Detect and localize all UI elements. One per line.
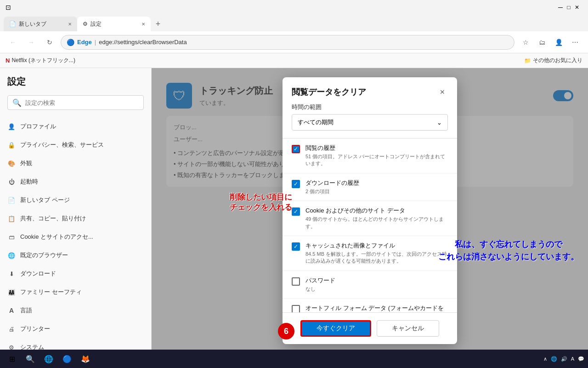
- sidebar-item-system[interactable]: ⚙ システム: [0, 338, 151, 350]
- network-icon: 🌐: [551, 356, 557, 362]
- window-controls[interactable]: ─ □ ✕: [557, 4, 581, 11]
- sidebar-item-appearance[interactable]: 🎨 外観: [0, 154, 151, 172]
- cookies-label: Cookie とサイトのアクセ...: [20, 233, 93, 241]
- checkbox-cache[interactable]: [292, 242, 300, 251]
- privacy-label: プライバシー、検索、サービス: [20, 141, 104, 149]
- dialog-title: 閲覧データをクリア: [292, 86, 366, 98]
- taskbar: ⊞ 🔍 🌐 🔵 🦊 ∧ 🌐 🔊 A 💬: [0, 350, 588, 368]
- downloads-label: ダウンロードの履歴 2 個の項目: [305, 179, 448, 195]
- cancel-button[interactable]: キャンセル: [377, 320, 439, 337]
- other-favorites[interactable]: 📁 その他のお気に入り: [524, 57, 582, 64]
- notifications-icon[interactable]: 💬: [578, 356, 584, 362]
- collections-icon[interactable]: 🗂: [535, 35, 549, 50]
- printer-icon: 🖨: [7, 325, 16, 333]
- sidebar-item-cookies[interactable]: 🗃 Cookie とサイトのアクセ...: [0, 228, 151, 246]
- settings-search-input[interactable]: [25, 99, 139, 106]
- maximize-btn[interactable]: □: [565, 4, 572, 11]
- appearance-label: 外観: [20, 159, 32, 167]
- checkbox-downloads[interactable]: [292, 180, 300, 188]
- cookies-icon: 🗃: [7, 233, 16, 241]
- list-item: 閲覧の履歴 51 個の項目。アドレス バーにオートコンプリートが含まれています。: [283, 138, 457, 173]
- search-taskbar-button[interactable]: 🔍: [22, 351, 39, 367]
- sidebar: 設定 🔍 👤 プロファイル 🔒 プライバシー、検索、サービス 🎨 外観 ⏻ 起動…: [0, 68, 152, 350]
- dialog-footer: 6 今すぐクリア キャンセル: [283, 320, 457, 337]
- sidebar-item-profile[interactable]: 👤 プロファイル: [0, 117, 151, 136]
- address-bar[interactable]: 🔵 Edge | edge://settings/clearBrowserDat…: [61, 35, 514, 50]
- favorites-icon[interactable]: ☆: [518, 35, 533, 50]
- startup-label: 起動時: [20, 178, 38, 186]
- sidebar-item-default-browser[interactable]: 🌐 既定のブラウザー: [0, 246, 151, 264]
- settings-more-icon[interactable]: ⋯: [568, 35, 582, 50]
- new-tab-button[interactable]: +: [151, 17, 165, 31]
- startup-icon: ⏻: [7, 178, 16, 186]
- settings-tab-icon: ⚙: [83, 21, 88, 27]
- printer-label: プリンター: [20, 325, 50, 333]
- refresh-button[interactable]: ↻: [42, 35, 57, 50]
- download-label: ダウンロード: [20, 270, 56, 278]
- sidebar-item-startup[interactable]: ⏻ 起動時: [0, 172, 151, 191]
- history-label: 閲覧の履歴 51 個の項目。アドレス バーにオートコンプリートが含まれています。: [305, 144, 448, 167]
- titlebar: ⊡ ─ □ ✕: [0, 0, 588, 15]
- list-item: パスワード なし: [283, 271, 457, 299]
- sidebar-item-download[interactable]: ⬇ ダウンロード: [0, 264, 151, 283]
- dialog-header: 閲覧データをクリア ✕: [283, 77, 457, 103]
- settings-search-box[interactable]: 🔍: [7, 95, 144, 110]
- sidebar-title: 設定: [0, 75, 151, 95]
- list-item: ダウンロードの履歴 2 個の項目: [283, 173, 457, 201]
- edge-blue-taskbar-icon[interactable]: 🔵: [59, 351, 75, 367]
- dropdown-chevron-icon: ⌄: [437, 119, 442, 126]
- profile-icon[interactable]: 👤: [551, 35, 566, 50]
- tab-label: 新しいタブ: [19, 20, 46, 28]
- close-btn[interactable]: ✕: [573, 4, 581, 11]
- checkbox-autofill[interactable]: [292, 305, 300, 313]
- sidebar-item-newtab[interactable]: 📄 新しいタブ ページ: [0, 191, 151, 209]
- sidebar-item-printer[interactable]: 🖨 プリンター: [0, 320, 151, 338]
- edge-taskbar-icon[interactable]: 🌐: [40, 351, 57, 367]
- tab-newtab[interactable]: 📄 新しいタブ ✕: [4, 17, 77, 31]
- sidebar-item-share[interactable]: 📋 共有、コピー、貼り付け: [0, 209, 151, 228]
- tab-settings[interactable]: ⚙ 設定 ✕: [77, 17, 151, 31]
- time-range-value: すべての期間: [298, 118, 334, 126]
- netflix-icon: N: [6, 57, 10, 64]
- share-label: 共有、コピー、貼り付け: [20, 214, 86, 223]
- annotation-check: 削除したい項目に チェックを入れる: [230, 192, 292, 213]
- lang-label: 言語: [20, 306, 32, 315]
- sidebar-item-privacy[interactable]: 🔒 プライバシー、検索、サービス: [0, 136, 151, 154]
- checkbox-passwords[interactable]: [292, 277, 300, 286]
- appearance-icon: 🎨: [7, 159, 16, 167]
- browser-brand: Edge: [77, 39, 92, 46]
- family-icon: 👨‍👩‍👧: [7, 288, 16, 296]
- netflix-favorite[interactable]: N Netflix (ネットフリック...): [6, 57, 75, 64]
- checkbox-history[interactable]: [292, 145, 300, 153]
- taskbar-tray: ∧: [543, 356, 547, 362]
- default-browser-icon: 🌐: [7, 251, 16, 259]
- url-text: edge://settings/clearBrowserData: [99, 39, 509, 46]
- main-area: 設定 🔍 👤 プロファイル 🔒 プライバシー、検索、サービス 🎨 外観 ⏻ 起動…: [0, 68, 588, 350]
- start-button[interactable]: ⊞: [4, 351, 20, 367]
- back-button[interactable]: ←: [6, 35, 20, 50]
- modal-overlay: 削除したい項目に チェックを入れる 私は、すぐ忘れてしまうので これらは消さない…: [152, 68, 588, 350]
- share-icon: 📋: [7, 214, 16, 223]
- time-range-select[interactable]: すべての期間 ⌄: [292, 114, 448, 131]
- system-icon: ⚙: [7, 343, 16, 350]
- autofill-label: オートフィル フォーム データ (フォームやカードを含む) なし: [305, 304, 448, 313]
- tab-close-btn[interactable]: ✕: [68, 22, 72, 27]
- speaker-icon: 🔊: [561, 356, 567, 362]
- clear-now-button[interactable]: 今すぐクリア: [300, 320, 371, 337]
- clock: A: [571, 356, 574, 362]
- settings-tab-close[interactable]: ✕: [141, 22, 145, 27]
- forward-button[interactable]: →: [24, 35, 39, 50]
- checkbox-cookies[interactable]: [292, 207, 300, 216]
- system-label: システム: [20, 343, 44, 350]
- default-browser-label: 既定のブラウザー: [20, 251, 68, 259]
- minimize-btn[interactable]: ─: [557, 4, 564, 11]
- list-item: オートフィル フォーム データ (フォームやカードを含む) なし: [283, 299, 457, 313]
- profile-label: プロファイル: [20, 122, 56, 131]
- privacy-icon: 🔒: [7, 141, 16, 149]
- favorites-bar: N Netflix (ネットフリック...) 📁 その他のお気に入り: [0, 53, 588, 68]
- sidebar-item-lang[interactable]: A 言語: [0, 301, 151, 320]
- firefox-taskbar-icon[interactable]: 🦊: [77, 351, 94, 367]
- download-icon: ⬇: [7, 270, 16, 278]
- dialog-close-button[interactable]: ✕: [437, 86, 448, 98]
- sidebar-item-family[interactable]: 👨‍👩‍👧 ファミリー セーフティ: [0, 283, 151, 301]
